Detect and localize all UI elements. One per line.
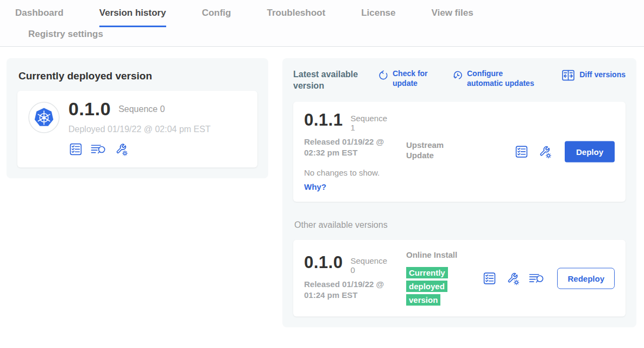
redeploy-button[interactable]: Redeploy — [557, 268, 615, 289]
edit-config-icon[interactable] — [505, 271, 520, 285]
latest-version-title: Latest available version — [293, 69, 368, 92]
deployed-version-info: 0.1.0 Sequence 0 Deployed 01/19/22 @ 02:… — [68, 100, 211, 157]
latest-released-timestamp: Released 01/19/22 @ 02:32 pm EST — [304, 136, 406, 158]
currently-deployed-panel: Currently deployed version 0.1.0 — [7, 58, 268, 178]
diff-icon — [561, 69, 575, 82]
schedule-update-icon — [452, 70, 463, 81]
preflight-checks-icon[interactable] — [482, 271, 497, 285]
other-released-timestamp: Released 01/19/22 @ 01:24 pm EST — [304, 279, 406, 300]
tab-registry-settings[interactable]: Registry settings — [28, 29, 103, 40]
tab-view-files[interactable]: View files — [431, 8, 473, 27]
check-for-update-link[interactable]: Check for update — [378, 69, 432, 88]
latest-version-info: 0.1.1 Sequence 1 Released 01/19/22 @ 02:… — [304, 111, 406, 161]
tab-version-history[interactable]: Version history — [99, 8, 166, 27]
refresh-icon — [378, 70, 388, 81]
deployed-sequence-label: Sequence 0 — [118, 100, 165, 114]
kubernetes-app-icon — [28, 102, 60, 133]
preflight-checks-icon[interactable] — [68, 142, 83, 156]
deploy-logs-icon[interactable] — [528, 271, 545, 285]
diff-versions-link[interactable]: Diff versions — [561, 69, 626, 82]
other-version-source: Online Install — [406, 250, 467, 260]
available-versions-panel: Latest available version Check for updat… — [282, 58, 636, 327]
deploy-logs-icon[interactable] — [90, 142, 106, 156]
configure-automatic-updates-link[interactable]: Configure automatic updates — [452, 69, 539, 88]
nav-row-1: Dashboard Version history Config Trouble… — [15, 8, 644, 27]
edit-config-icon[interactable] — [537, 144, 552, 159]
deployed-version-number: 0.1.0 — [68, 100, 111, 119]
tab-troubleshoot[interactable]: Troubleshoot — [267, 8, 325, 27]
deployed-version-card: 0.1.0 Sequence 0 Deployed 01/19/22 @ 02:… — [17, 91, 257, 167]
edit-config-icon[interactable] — [113, 142, 129, 157]
other-versions-title: Other available versions — [294, 220, 626, 230]
latest-version-number: 0.1.1 — [304, 111, 343, 128]
other-version-actions: Redeploy — [482, 268, 615, 289]
top-nav: Dashboard Version history Config Trouble… — [0, 0, 644, 47]
no-changes-text: No changes to show. — [304, 168, 615, 177]
latest-version-card: 0.1.1 Sequence 1 Released 01/19/22 @ 02:… — [293, 102, 626, 202]
latest-version-actions: Deploy — [514, 141, 615, 162]
tab-license[interactable]: License — [361, 8, 395, 27]
nav-row-2: Registry settings — [15, 27, 644, 46]
currently-deployed-title: Currently deployed version — [18, 70, 257, 82]
other-version-number: 0.1.0 — [304, 254, 343, 271]
tab-dashboard[interactable]: Dashboard — [15, 8, 64, 27]
main-content: Currently deployed version 0.1.0 — [0, 47, 644, 327]
deployed-actions — [68, 142, 211, 157]
tab-config[interactable]: Config — [202, 8, 231, 27]
other-version-info: 0.1.0 Sequence 0 Released 01/19/22 @ 01:… — [304, 250, 406, 307]
other-version-card: 0.1.0 Sequence 0 Released 01/19/22 @ 01:… — [293, 240, 626, 317]
currently-deployed-badge: Currently deployed version — [406, 266, 449, 307]
latest-sequence-label: Sequence 1 — [350, 111, 389, 133]
preflight-checks-icon[interactable] — [514, 145, 529, 158]
latest-version-header: Latest available version Check for updat… — [293, 69, 626, 92]
deployed-timestamp: Deployed 01/19/22 @ 02:04 pm EST — [68, 125, 211, 134]
other-sequence-label: Sequence 0 — [350, 254, 389, 275]
deploy-button[interactable]: Deploy — [565, 141, 615, 162]
why-link[interactable]: Why? — [304, 182, 326, 191]
latest-version-source: Upstream Update — [406, 140, 467, 161]
